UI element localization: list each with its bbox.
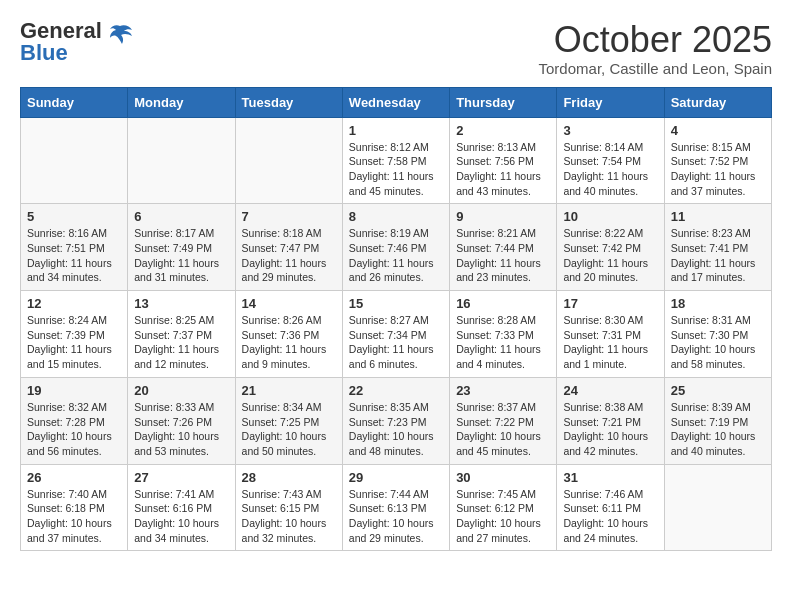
day-info: Sunrise: 8:30 AM Sunset: 7:31 PM Dayligh… xyxy=(563,313,657,372)
calendar-day-cell xyxy=(128,117,235,204)
day-number: 25 xyxy=(671,383,765,398)
day-info: Sunrise: 8:14 AM Sunset: 7:54 PM Dayligh… xyxy=(563,140,657,199)
calendar-table: SundayMondayTuesdayWednesdayThursdayFrid… xyxy=(20,87,772,552)
calendar-day-cell: 1Sunrise: 8:12 AM Sunset: 7:58 PM Daylig… xyxy=(342,117,449,204)
calendar-day-cell: 15Sunrise: 8:27 AM Sunset: 7:34 PM Dayli… xyxy=(342,291,449,378)
day-number: 13 xyxy=(134,296,228,311)
calendar-day-cell: 11Sunrise: 8:23 AM Sunset: 7:41 PM Dayli… xyxy=(664,204,771,291)
weekday-header-row: SundayMondayTuesdayWednesdayThursdayFrid… xyxy=(21,87,772,117)
day-info: Sunrise: 7:46 AM Sunset: 6:11 PM Dayligh… xyxy=(563,487,657,546)
logo-bird-icon xyxy=(106,22,134,54)
day-info: Sunrise: 8:26 AM Sunset: 7:36 PM Dayligh… xyxy=(242,313,336,372)
calendar-day-cell: 5Sunrise: 8:16 AM Sunset: 7:51 PM Daylig… xyxy=(21,204,128,291)
weekday-header-thursday: Thursday xyxy=(450,87,557,117)
day-number: 4 xyxy=(671,123,765,138)
calendar-day-cell xyxy=(235,117,342,204)
day-number: 18 xyxy=(671,296,765,311)
day-info: Sunrise: 8:16 AM Sunset: 7:51 PM Dayligh… xyxy=(27,226,121,285)
calendar-day-cell: 22Sunrise: 8:35 AM Sunset: 7:23 PM Dayli… xyxy=(342,377,449,464)
weekday-header-sunday: Sunday xyxy=(21,87,128,117)
weekday-header-friday: Friday xyxy=(557,87,664,117)
calendar-day-cell: 25Sunrise: 8:39 AM Sunset: 7:19 PM Dayli… xyxy=(664,377,771,464)
day-number: 2 xyxy=(456,123,550,138)
day-info: Sunrise: 8:25 AM Sunset: 7:37 PM Dayligh… xyxy=(134,313,228,372)
day-info: Sunrise: 7:44 AM Sunset: 6:13 PM Dayligh… xyxy=(349,487,443,546)
logo-blue: Blue xyxy=(20,42,102,64)
calendar-day-cell: 4Sunrise: 8:15 AM Sunset: 7:52 PM Daylig… xyxy=(664,117,771,204)
weekday-header-tuesday: Tuesday xyxy=(235,87,342,117)
day-info: Sunrise: 7:41 AM Sunset: 6:16 PM Dayligh… xyxy=(134,487,228,546)
day-number: 28 xyxy=(242,470,336,485)
day-number: 24 xyxy=(563,383,657,398)
calendar-day-cell: 28Sunrise: 7:43 AM Sunset: 6:15 PM Dayli… xyxy=(235,464,342,551)
calendar-day-cell xyxy=(21,117,128,204)
calendar-day-cell: 13Sunrise: 8:25 AM Sunset: 7:37 PM Dayli… xyxy=(128,291,235,378)
day-number: 17 xyxy=(563,296,657,311)
day-number: 10 xyxy=(563,209,657,224)
day-info: Sunrise: 8:21 AM Sunset: 7:44 PM Dayligh… xyxy=(456,226,550,285)
day-info: Sunrise: 8:34 AM Sunset: 7:25 PM Dayligh… xyxy=(242,400,336,459)
day-number: 11 xyxy=(671,209,765,224)
day-number: 26 xyxy=(27,470,121,485)
day-number: 9 xyxy=(456,209,550,224)
day-info: Sunrise: 8:24 AM Sunset: 7:39 PM Dayligh… xyxy=(27,313,121,372)
calendar-day-cell: 23Sunrise: 8:37 AM Sunset: 7:22 PM Dayli… xyxy=(450,377,557,464)
location: Tordomar, Castille and Leon, Spain xyxy=(539,60,772,77)
calendar-day-cell: 26Sunrise: 7:40 AM Sunset: 6:18 PM Dayli… xyxy=(21,464,128,551)
day-info: Sunrise: 8:13 AM Sunset: 7:56 PM Dayligh… xyxy=(456,140,550,199)
calendar-day-cell: 18Sunrise: 8:31 AM Sunset: 7:30 PM Dayli… xyxy=(664,291,771,378)
day-info: Sunrise: 8:28 AM Sunset: 7:33 PM Dayligh… xyxy=(456,313,550,372)
day-info: Sunrise: 8:12 AM Sunset: 7:58 PM Dayligh… xyxy=(349,140,443,199)
day-info: Sunrise: 8:19 AM Sunset: 7:46 PM Dayligh… xyxy=(349,226,443,285)
day-number: 19 xyxy=(27,383,121,398)
calendar-day-cell: 8Sunrise: 8:19 AM Sunset: 7:46 PM Daylig… xyxy=(342,204,449,291)
day-info: Sunrise: 8:35 AM Sunset: 7:23 PM Dayligh… xyxy=(349,400,443,459)
day-info: Sunrise: 8:31 AM Sunset: 7:30 PM Dayligh… xyxy=(671,313,765,372)
logo-general: General xyxy=(20,20,102,42)
day-number: 3 xyxy=(563,123,657,138)
day-number: 5 xyxy=(27,209,121,224)
day-number: 30 xyxy=(456,470,550,485)
day-info: Sunrise: 8:37 AM Sunset: 7:22 PM Dayligh… xyxy=(456,400,550,459)
day-number: 8 xyxy=(349,209,443,224)
day-info: Sunrise: 7:40 AM Sunset: 6:18 PM Dayligh… xyxy=(27,487,121,546)
calendar-week-1: 1Sunrise: 8:12 AM Sunset: 7:58 PM Daylig… xyxy=(21,117,772,204)
calendar-day-cell: 20Sunrise: 8:33 AM Sunset: 7:26 PM Dayli… xyxy=(128,377,235,464)
calendar-day-cell: 9Sunrise: 8:21 AM Sunset: 7:44 PM Daylig… xyxy=(450,204,557,291)
calendar-day-cell: 2Sunrise: 8:13 AM Sunset: 7:56 PM Daylig… xyxy=(450,117,557,204)
day-number: 31 xyxy=(563,470,657,485)
calendar-week-5: 26Sunrise: 7:40 AM Sunset: 6:18 PM Dayli… xyxy=(21,464,772,551)
day-number: 21 xyxy=(242,383,336,398)
calendar-week-3: 12Sunrise: 8:24 AM Sunset: 7:39 PM Dayli… xyxy=(21,291,772,378)
calendar-day-cell: 12Sunrise: 8:24 AM Sunset: 7:39 PM Dayli… xyxy=(21,291,128,378)
calendar-day-cell: 17Sunrise: 8:30 AM Sunset: 7:31 PM Dayli… xyxy=(557,291,664,378)
calendar-day-cell: 3Sunrise: 8:14 AM Sunset: 7:54 PM Daylig… xyxy=(557,117,664,204)
calendar-week-4: 19Sunrise: 8:32 AM Sunset: 7:28 PM Dayli… xyxy=(21,377,772,464)
day-info: Sunrise: 7:43 AM Sunset: 6:15 PM Dayligh… xyxy=(242,487,336,546)
logo: General Blue xyxy=(20,20,134,64)
day-number: 7 xyxy=(242,209,336,224)
day-info: Sunrise: 8:33 AM Sunset: 7:26 PM Dayligh… xyxy=(134,400,228,459)
calendar-day-cell: 19Sunrise: 8:32 AM Sunset: 7:28 PM Dayli… xyxy=(21,377,128,464)
calendar-week-2: 5Sunrise: 8:16 AM Sunset: 7:51 PM Daylig… xyxy=(21,204,772,291)
day-number: 27 xyxy=(134,470,228,485)
day-info: Sunrise: 8:27 AM Sunset: 7:34 PM Dayligh… xyxy=(349,313,443,372)
day-number: 15 xyxy=(349,296,443,311)
day-number: 12 xyxy=(27,296,121,311)
day-number: 1 xyxy=(349,123,443,138)
calendar-day-cell: 16Sunrise: 8:28 AM Sunset: 7:33 PM Dayli… xyxy=(450,291,557,378)
calendar-day-cell: 30Sunrise: 7:45 AM Sunset: 6:12 PM Dayli… xyxy=(450,464,557,551)
day-info: Sunrise: 7:45 AM Sunset: 6:12 PM Dayligh… xyxy=(456,487,550,546)
weekday-header-saturday: Saturday xyxy=(664,87,771,117)
calendar-day-cell xyxy=(664,464,771,551)
day-number: 22 xyxy=(349,383,443,398)
calendar-day-cell: 24Sunrise: 8:38 AM Sunset: 7:21 PM Dayli… xyxy=(557,377,664,464)
calendar-day-cell: 6Sunrise: 8:17 AM Sunset: 7:49 PM Daylig… xyxy=(128,204,235,291)
day-number: 14 xyxy=(242,296,336,311)
day-info: Sunrise: 8:22 AM Sunset: 7:42 PM Dayligh… xyxy=(563,226,657,285)
weekday-header-monday: Monday xyxy=(128,87,235,117)
calendar-day-cell: 31Sunrise: 7:46 AM Sunset: 6:11 PM Dayli… xyxy=(557,464,664,551)
day-number: 6 xyxy=(134,209,228,224)
calendar-day-cell: 21Sunrise: 8:34 AM Sunset: 7:25 PM Dayli… xyxy=(235,377,342,464)
calendar-day-cell: 27Sunrise: 7:41 AM Sunset: 6:16 PM Dayli… xyxy=(128,464,235,551)
